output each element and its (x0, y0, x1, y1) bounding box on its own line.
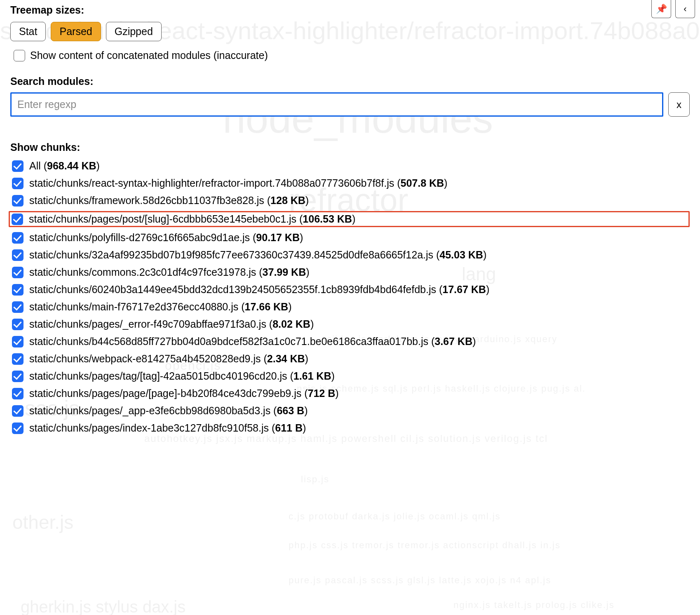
chunk-size: 1.61 KB (294, 370, 331, 382)
size-button-parsed[interactable]: Parsed (51, 22, 101, 41)
chunk-label: static/chunks/pages/index-1abe3c127db8fc… (29, 422, 306, 434)
chunk-label: static/chunks/commons.2c3c01df4c97fce319… (29, 266, 310, 278)
chunk-row[interactable]: static/chunks/pages/_app-e3fe6cbb98d6980… (10, 404, 690, 418)
chunk-row[interactable]: static/chunks/commons.2c3c01df4c97fce319… (10, 265, 690, 279)
chunk-label: static/chunks/react-syntax-highlighter/r… (29, 177, 447, 189)
chunk-checkbox[interactable] (12, 232, 23, 244)
size-button-group: StatParsedGzipped (10, 22, 690, 41)
chunk-size: 8.02 KB (272, 318, 310, 330)
chunk-row[interactable]: All (968.44 KB) (10, 159, 690, 173)
sidebar-panel: 📌 ‹ Treemap sizes: StatParsedGzipped Sho… (0, 0, 700, 443)
chunk-row[interactable]: static/chunks/pages/index-1abe3c127db8fc… (10, 421, 690, 435)
chunk-size: 968.44 KB (47, 160, 96, 171)
chunk-checkbox[interactable] (12, 249, 23, 261)
chunk-row[interactable]: static/chunks/pages/page/[page]-b4b20f84… (10, 387, 690, 400)
chunk-row[interactable]: static/chunks/webpack-e814275a4b4520828e… (10, 352, 690, 366)
chunk-checkbox[interactable] (12, 353, 23, 365)
chunk-size: 37.99 KB (263, 266, 306, 278)
chunk-size: 17.67 KB (442, 284, 486, 295)
chevron-left-icon: ‹ (684, 4, 686, 14)
chunk-list: All (968.44 KB)static/chunks/react-synta… (10, 159, 690, 435)
chunk-checkbox[interactable] (12, 423, 23, 434)
chunk-checkbox[interactable] (12, 319, 23, 330)
chunk-size: 45.03 KB (439, 249, 483, 261)
chunk-row[interactable]: static/chunks/pages/_error-f49c709abffae… (10, 317, 690, 331)
chunk-checkbox[interactable] (12, 388, 23, 399)
chunk-label: static/chunks/32a4af99235bd07b19f985fc77… (29, 249, 486, 261)
chunk-label: static/chunks/main-f76717e2d376ecc40880.… (29, 301, 292, 313)
chunk-label: static/chunks/pages/_app-e3fe6cbb98d6980… (29, 405, 308, 417)
concat-modules-checkbox[interactable] (14, 50, 25, 61)
pin-icon: 📌 (656, 4, 667, 14)
chunk-label: static/chunks/polyfills-d2769c16f665abc9… (29, 232, 303, 244)
chunk-label: All (968.44 KB) (29, 160, 100, 172)
chunk-checkbox[interactable] (12, 371, 23, 382)
chunk-size: 90.17 KB (256, 232, 300, 243)
chunk-row[interactable]: static/chunks/60240b3a1449ee45bdd32dcd13… (10, 283, 690, 296)
chunk-row[interactable]: static/chunks/main-f76717e2d376ecc40880.… (10, 300, 690, 314)
chunk-checkbox[interactable] (12, 178, 23, 189)
chunk-checkbox[interactable] (12, 267, 23, 278)
chunk-size: 17.66 KB (245, 301, 289, 312)
chunk-size: 128 KB (270, 195, 305, 206)
chunk-label: static/chunks/60240b3a1449ee45bdd32dcd13… (29, 284, 489, 296)
chunk-row[interactable]: static/chunks/polyfills-d2769c16f665abc9… (10, 231, 690, 244)
chunk-checkbox[interactable] (12, 336, 23, 347)
chunk-size: 3.67 KB (435, 336, 472, 347)
chunk-row[interactable]: static/chunks/pages/post/[slug]-6cdbbb65… (9, 211, 690, 227)
chunk-row[interactable]: static/chunks/react-syntax-highlighter/r… (10, 176, 690, 190)
show-chunks-label: Show chunks: (10, 141, 690, 153)
chunk-checkbox[interactable] (12, 214, 23, 225)
chunk-label: static/chunks/framework.58d26cbb11037fb3… (29, 195, 309, 207)
chunk-checkbox[interactable] (12, 405, 23, 417)
chunk-size: 106.53 KB (303, 213, 352, 225)
concat-modules-label: Show content of concatenated modules (in… (30, 49, 268, 61)
chunk-checkbox[interactable] (12, 160, 23, 172)
chunk-size: 712 B (308, 387, 336, 399)
search-input[interactable] (10, 92, 663, 117)
clear-search-button[interactable]: x (668, 92, 690, 117)
chunk-size: 2.34 KB (267, 353, 305, 364)
chunk-row[interactable]: static/chunks/b44c568d85ff727bb04d0a9bdc… (10, 335, 690, 348)
chunk-checkbox[interactable] (12, 284, 23, 296)
chunk-label: static/chunks/pages/tag/[tag]-42aa5015db… (29, 370, 335, 382)
chunk-label: static/chunks/pages/_error-f49c709abffae… (29, 318, 314, 330)
chunk-size: 663 B (277, 405, 304, 416)
chunk-size: 507.8 KB (400, 177, 444, 189)
chunk-checkbox[interactable] (12, 301, 23, 313)
search-modules-label: Search modules: (10, 75, 690, 87)
treemap-sizes-label: Treemap sizes: (10, 4, 690, 16)
chunk-row[interactable]: static/chunks/32a4af99235bd07b19f985fc77… (10, 248, 690, 262)
chunk-label: static/chunks/webpack-e814275a4b4520828e… (29, 353, 308, 365)
chunk-label: static/chunks/pages/page/[page]-b4b20f84… (29, 387, 339, 399)
chunk-row[interactable]: static/chunks/pages/tag/[tag]-42aa5015db… (10, 369, 690, 383)
size-button-gzipped[interactable]: Gzipped (106, 22, 162, 41)
chunk-checkbox[interactable] (12, 195, 23, 207)
chunk-label: static/chunks/b44c568d85ff727bb04d0a9bdc… (29, 336, 476, 347)
chunk-label: static/chunks/pages/post/[slug]-6cdbbb65… (29, 213, 355, 225)
collapse-button[interactable]: ‹ (675, 0, 695, 18)
size-button-stat[interactable]: Stat (10, 22, 46, 41)
chunk-size: 611 B (275, 422, 303, 434)
pin-button[interactable]: 📌 (651, 0, 671, 18)
chunk-row[interactable]: static/chunks/framework.58d26cbb11037fb3… (10, 194, 690, 207)
